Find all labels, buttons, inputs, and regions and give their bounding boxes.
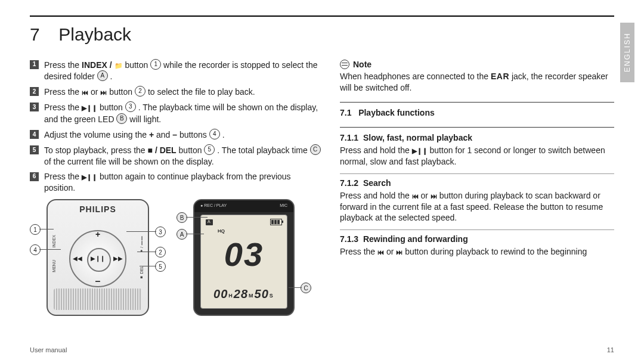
minus-label: – [172,130,177,139]
play-pause-icon: ▶❙❙ [82,104,97,111]
callout-a-icon: A [177,229,187,240]
device-front-figure: PHILIPS + – ◀◀ ▶▶ ▶❙❙ INDEX MENU ● / ❙❙ … [30,199,166,316]
section-7-1-2-heading: 7.1.2 Search [340,178,614,189]
step-3: Press the ▶❙❙ button 3 . The playback ti… [30,101,322,125]
forward-button: ▶▶ [113,255,123,263]
lcd-screen: HQ 03 00H28M50S [200,215,287,309]
section-7-1-3-body: Press the ⏮ or ⏭ button during playback … [340,246,614,257]
folder-a-icon [206,219,213,225]
brand-label: PHILIPS [48,204,148,215]
plus-button: + [95,229,100,240]
play-pause-icon: ▶❙❙ [412,147,428,154]
section-7-1-2-body: Press and hold the ⏮ or ⏭ button during … [340,190,614,224]
text: of the current file will be shown on the… [44,157,214,166]
leader-line [140,266,156,266]
section-rule [340,102,614,103]
step-5: To stop playback, press the ■ / DEL butt… [30,144,322,167]
ref-1: 1 [150,59,161,70]
section-7-1-1-body: Press and hold the ▶❙❙ button for 1 seco… [340,145,614,167]
callout-5-icon: 5 [155,261,166,272]
note-heading: Note [340,59,614,70]
language-tab: ENGLISH [620,23,634,82]
ref-4: 4 [209,129,220,139]
note-body: When headphones are connected to the EAR… [340,71,614,94]
index-side-label: INDEX [51,235,57,247]
section-rule [340,173,614,174]
text: will light. [129,114,161,124]
minus-button: – [95,275,101,288]
file-number: 03 [201,232,287,277]
note-icon [340,60,349,69]
ref-5: 5 [204,144,215,155]
text: To stop playback, press the [44,145,148,155]
text: and [156,130,172,139]
text: button [125,60,150,70]
section-rule [340,127,614,128]
device-lcd-figure: ● REC / PLAY MIC HQ 03 00H28M50S [177,199,311,316]
text: Press the [44,60,82,70]
leader-line [186,217,208,218]
step-2: Press the ⏮ or ⏭ button 2 to select the … [30,86,322,98]
text: button [100,103,125,112]
text: button [179,145,205,155]
text: buttons [179,130,209,139]
menu-side-label: MENU [51,260,57,272]
ref-c: C [310,144,321,155]
leader-line [186,234,204,234]
callout-3-icon: 3 [155,227,166,237]
callout-c-icon: C [301,283,311,293]
chapter-title: Playback [58,24,131,44]
figures-row: PHILIPS + – ◀◀ ▶▶ ▶❙❙ INDEX MENU ● / ❙❙ … [30,199,322,316]
two-column-layout: Press the INDEX / 📁 button 1 while the r… [30,59,614,317]
leader-line [126,231,156,232]
text: . [222,130,225,139]
step-4: Adjust the volume using the + and – butt… [30,129,322,141]
text: Press the [44,172,82,181]
section-7-1-3-heading: 7.1.3 Rewinding and forwarding [340,234,614,245]
left-column: Press the INDEX / 📁 button 1 while the r… [30,59,322,317]
device-body: PHILIPS + – ◀◀ ▶▶ ▶❙❙ INDEX MENU ● / ❙❙ … [47,199,149,316]
text: Press the [44,103,82,112]
chapter-number: 7 [30,23,54,47]
note-label: Note [353,59,371,70]
callout-1-icon: 1 [30,224,41,235]
step-list: Press the INDEX / 📁 button 1 while the r… [30,59,322,194]
plus-label: + [149,130,154,139]
leader-line [39,249,61,250]
ref-b: B [116,113,127,124]
text: Press the [44,87,82,97]
callout-b-icon: B [177,212,187,223]
text: . [110,72,113,81]
mic-label: MIC [280,203,287,210]
footer-left: User manual [30,346,67,355]
prev-icon: ⏮ [377,249,384,256]
del-side-label: ■ DEL [139,266,144,280]
callout-4-icon: 4 [30,244,41,255]
play-button: ▶❙❙ [91,255,105,263]
section-rule [340,229,614,230]
battery-icon [270,219,282,225]
ref-3: 3 [125,101,136,112]
prev-icon: ⏮ [412,193,419,200]
text: . The total playback time [217,145,309,155]
chapter-heading: 7 Playback [30,23,614,47]
manual-page: ENGLISH 7 Playback Press the INDEX / 📁 b… [0,0,644,363]
ear-jack-label: EAR [491,72,509,81]
text: button [109,87,135,97]
text: or [91,87,100,97]
prev-icon: ⏮ [82,89,88,96]
right-column: Note When headphones are connected to th… [340,59,614,317]
device-lcd: ● REC / PLAY MIC HQ 03 00H28M50S [193,199,295,316]
text: Adjust the volume using the [44,130,149,139]
ref-2: 2 [135,86,145,97]
step-1: Press the INDEX / 📁 button 1 while the r… [30,59,322,83]
rec-play-led-label: ● REC / PLAY [200,203,227,210]
callout-2-icon: 2 [155,247,166,257]
next-icon: ⏭ [431,193,437,200]
section-7-1-heading: 7.1 Playback functions [340,107,614,119]
step-6: Press the ▶❙❙ button again to continue p… [30,171,322,194]
text: to select the file to play back. [148,87,255,97]
index-button-label: INDEX / 📁 [82,60,122,70]
play-pause-icon: ▶❙❙ [82,173,97,181]
rewind-button: ◀◀ [73,255,82,263]
